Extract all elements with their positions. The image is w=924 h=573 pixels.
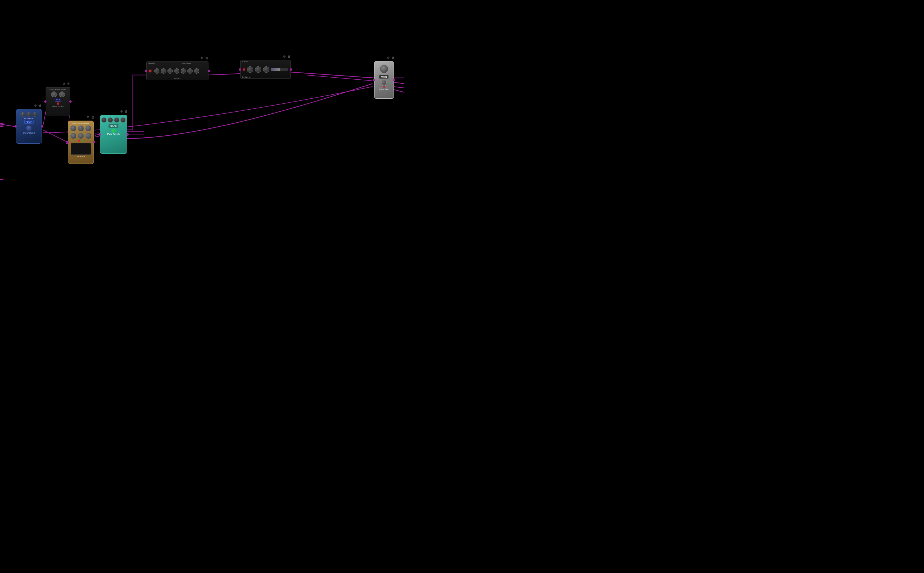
gain-mon-badge: MON xyxy=(379,75,389,79)
reverb-port-in xyxy=(99,133,101,136)
reverb-knob-1[interactable] xyxy=(101,117,107,123)
amp-brand-label: GuitarIX xyxy=(148,62,155,64)
decabinet-body: Guitarix DeCabinet xyxy=(240,60,291,79)
stereo-xfade-body: Stereo Butterworth LF x42 Stereo X-Fade xyxy=(45,87,70,116)
trash-icon-3[interactable]: 🗑 xyxy=(91,116,94,119)
trash-icon-4[interactable]: 🗑 xyxy=(125,110,128,113)
svg-line-7 xyxy=(393,86,404,88)
cab-port-out xyxy=(290,68,292,71)
gear-icon-3[interactable]: ⚙ xyxy=(86,116,89,119)
cable-canvas xyxy=(0,0,924,573)
amp-port-out xyxy=(208,70,210,72)
amp-knob-5[interactable] xyxy=(181,68,186,74)
amp-knob-4[interactable] xyxy=(174,68,179,74)
cab-knob-3[interactable] xyxy=(263,66,270,73)
eq-knob-1[interactable] xyxy=(70,125,77,132)
gain-port-in xyxy=(373,79,375,81)
eq-knob-5[interactable] xyxy=(78,133,84,139)
knob-2[interactable] xyxy=(27,112,31,117)
guitar-amp-label: GuitarIX xyxy=(147,78,208,79)
reverb-knob-4[interactable] xyxy=(121,117,126,123)
ds-chorus-brand: BOSS/DS xyxy=(24,117,33,119)
plate-reverb-node[interactable]: ⚙ 🗑 CAPS Plate Reverb xyxy=(99,115,128,157)
svg-line-3 xyxy=(209,74,241,75)
svg-line-16 xyxy=(95,136,99,137)
stereo-eq-top-label: Stereo Butterworth LF xyxy=(72,122,89,124)
eq-port-out xyxy=(93,141,95,143)
xfade-multiplier: x42 xyxy=(55,98,61,102)
stereo-eq-toolbar: ⚙ 🗑 xyxy=(86,116,94,119)
amp-power-led xyxy=(149,70,151,72)
cab-progress-fill xyxy=(271,68,280,71)
eq-knob-6[interactable] xyxy=(85,133,91,139)
reverb-knob-2[interactable] xyxy=(108,117,113,123)
gear-icon-7[interactable]: ⚙ xyxy=(387,56,390,60)
plate-reverb-label: Plate Reverb xyxy=(107,133,119,135)
decabinet-node[interactable]: ⚙ 🗑 Guitarix DeCabinet xyxy=(240,60,291,83)
svg-line-6 xyxy=(393,82,404,84)
ds-chorus-body: BOSS/DS FDMP DS Chorus 2 xyxy=(16,109,42,144)
stereo-gain-node[interactable]: ⚙ 🗑 MON Stereo Gain xyxy=(373,61,395,102)
gain-small-knob[interactable] xyxy=(381,80,387,85)
eq-knob-2[interactable] xyxy=(78,125,84,132)
gain-big-knob[interactable] xyxy=(380,64,389,74)
cab-port-in xyxy=(239,68,241,71)
reverb-led xyxy=(112,129,115,132)
trash-icon-2[interactable]: 🗑 xyxy=(67,82,70,86)
knob-3[interactable] xyxy=(33,112,37,117)
guitar-amp-body: GuitarIX JCM900pre GuitarIX xyxy=(146,61,209,80)
amp-knob-1[interactable] xyxy=(154,68,159,74)
ds-chorus-switch[interactable] xyxy=(26,125,32,131)
cab-knob-2[interactable] xyxy=(255,66,261,73)
svg-rect-10 xyxy=(0,125,3,127)
svg-rect-12 xyxy=(0,179,3,180)
amp-knob-2[interactable] xyxy=(161,68,166,74)
amp-knob-6[interactable] xyxy=(187,68,193,74)
stereo-xfade-node[interactable]: ⚙ 🗑 Stereo Butterworth LF x42 Stereo X-F… xyxy=(45,87,70,119)
stereo-eq-label: Stereo Eqs xyxy=(77,155,85,157)
eq-led-green xyxy=(82,140,83,142)
xfade-led xyxy=(57,102,59,105)
ds-chorus-label: DS Chorus 2 xyxy=(23,132,35,134)
knob-1[interactable] xyxy=(20,112,25,117)
amp-knob-3[interactable] xyxy=(168,68,173,74)
decabinet-label: DeCabinet xyxy=(242,76,250,78)
gear-icon-6[interactable]: ⚙ xyxy=(283,55,286,59)
cab-progress-bar xyxy=(271,68,288,71)
trash-icon-6[interactable]: 🗑 xyxy=(288,55,291,59)
amp-port-in xyxy=(145,70,147,72)
gear-icon-5[interactable]: ⚙ xyxy=(201,56,204,60)
ds-chorus-port-in xyxy=(14,125,17,128)
guitar-amp-node[interactable]: ⚙ 🗑 GuitarIX JCM900pre GuitarIX xyxy=(146,61,209,85)
stereo-xfade-top-label: Stereo Butterworth LF xyxy=(49,89,66,91)
gear-icon-4[interactable]: ⚙ xyxy=(120,110,123,113)
amp-model-label: JCM900pre xyxy=(182,62,191,64)
stereo-eq-node[interactable]: ⚙ 🗑 Stereo Butterworth LF Stereo Eqs xyxy=(67,121,94,167)
eq-led-red xyxy=(78,140,80,142)
trash-icon-5[interactable]: 🗑 xyxy=(205,56,209,60)
stereo-gain-toolbar: ⚙ 🗑 xyxy=(387,56,395,60)
guitar-amp-toolbar: ⚙ 🗑 xyxy=(201,56,209,60)
reverb-knob-3[interactable] xyxy=(114,117,119,123)
gear-icon[interactable]: ⚙ xyxy=(34,104,37,108)
eq-knob-3[interactable] xyxy=(85,125,91,132)
cab-knob-1[interactable] xyxy=(247,66,253,73)
eq-port-in xyxy=(66,141,69,143)
ds-chorus-node[interactable]: ⚙ 🗑 BOSS/DS FDMP DS Chorus 2 xyxy=(16,109,42,147)
stereo-xfade-toolbar: ⚙ 🗑 xyxy=(62,82,70,86)
stereo-gain-label: Stereo Gain xyxy=(379,88,388,90)
gear-icon-2[interactable]: ⚙ xyxy=(62,82,65,86)
amp-knob-7[interactable] xyxy=(194,68,199,74)
reverb-brand: CAPS xyxy=(108,124,119,128)
ds-chorus-toolbar: ⚙ 🗑 xyxy=(34,104,42,108)
stereo-eq-body: Stereo Butterworth LF Stereo Eqs xyxy=(68,121,94,164)
trash-icon-7[interactable]: 🗑 xyxy=(392,56,395,60)
eq-knob-4[interactable] xyxy=(70,133,77,139)
xfade-knob-1[interactable] xyxy=(51,91,57,97)
trash-icon[interactable]: 🗑 xyxy=(39,104,42,108)
eq-screen xyxy=(71,143,91,155)
gain-led xyxy=(383,86,385,88)
xfade-knob-2[interactable] xyxy=(59,91,65,97)
svg-line-4 xyxy=(291,72,374,78)
svg-rect-9 xyxy=(0,123,3,124)
